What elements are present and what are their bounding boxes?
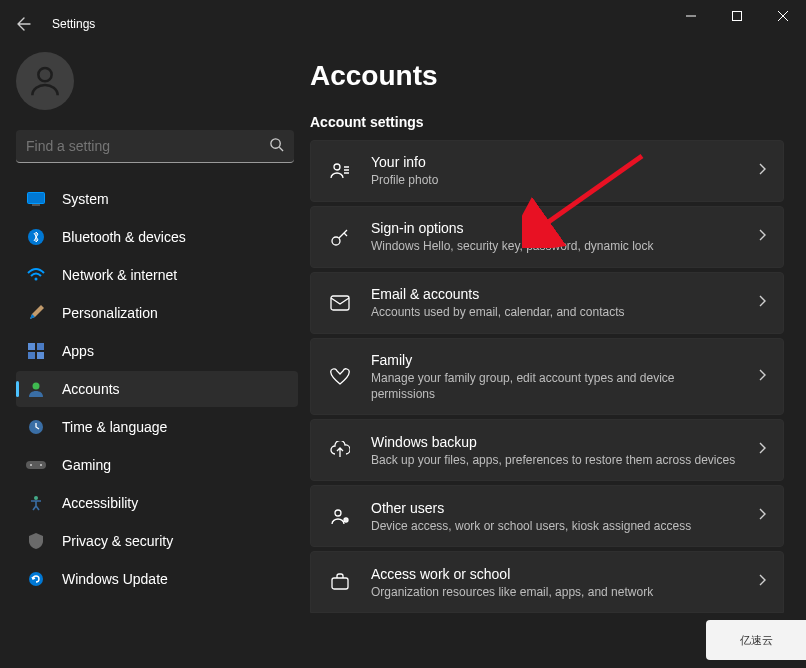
sidebar-item-personalization[interactable]: Personalization xyxy=(16,295,298,331)
window-controls xyxy=(668,0,806,32)
briefcase-icon xyxy=(329,571,351,593)
titlebar: Settings xyxy=(0,0,806,48)
sidebar-item-network[interactable]: Network & internet xyxy=(16,257,298,293)
sidebar-item-label: Accounts xyxy=(62,381,120,397)
sidebar-item-accounts[interactable]: Accounts xyxy=(16,371,298,407)
svg-point-17 xyxy=(29,572,43,586)
sidebar-item-label: Bluetooth & devices xyxy=(62,229,186,245)
wifi-icon xyxy=(26,265,46,285)
sidebar-item-accessibility[interactable]: Accessibility xyxy=(16,485,298,521)
card-access-work-school[interactable]: Access work or school Organization resou… xyxy=(310,551,784,613)
card-subtitle: Organization resources like email, apps,… xyxy=(371,584,737,600)
svg-rect-9 xyxy=(28,352,35,359)
sidebar-item-label: Personalization xyxy=(62,305,158,321)
watermark-text: 亿速云 xyxy=(740,633,773,648)
settings-cards: Your info Profile photo Sign-in options … xyxy=(310,140,784,613)
bluetooth-icon xyxy=(26,227,46,247)
back-button[interactable] xyxy=(14,14,34,34)
your-info-icon xyxy=(329,160,351,182)
search-icon xyxy=(269,137,284,156)
card-subtitle: Device access, work or school users, kio… xyxy=(371,518,737,534)
svg-point-16 xyxy=(34,496,38,500)
main-content: Accounts Account settings Your info Prof… xyxy=(310,48,806,668)
search-input-wrapper[interactable] xyxy=(16,130,294,163)
minimize-button[interactable] xyxy=(668,0,714,32)
card-other-users[interactable]: Other users Device access, work or schoo… xyxy=(310,485,784,547)
svg-rect-10 xyxy=(37,352,44,359)
svg-rect-3 xyxy=(28,193,45,204)
svg-rect-13 xyxy=(26,461,46,469)
svg-point-21 xyxy=(335,510,341,516)
system-icon xyxy=(26,189,46,209)
svg-rect-7 xyxy=(28,343,35,350)
svg-point-6 xyxy=(35,278,38,281)
mail-icon xyxy=(329,292,351,314)
apps-icon xyxy=(26,341,46,361)
chevron-right-icon xyxy=(757,368,767,386)
chevron-right-icon xyxy=(757,294,767,312)
chevron-right-icon xyxy=(757,507,767,525)
card-subtitle: Accounts used by email, calendar, and co… xyxy=(371,304,737,320)
sidebar-item-windows-update[interactable]: Windows Update xyxy=(16,561,298,597)
card-your-info[interactable]: Your info Profile photo xyxy=(310,140,784,202)
card-windows-backup[interactable]: Windows backup Back up your files, apps,… xyxy=(310,419,784,481)
svg-rect-20 xyxy=(331,296,349,310)
svg-point-2 xyxy=(271,138,280,147)
sidebar-item-bluetooth[interactable]: Bluetooth & devices xyxy=(16,219,298,255)
svg-rect-4 xyxy=(32,205,40,206)
sidebar-item-system[interactable]: System xyxy=(16,181,298,217)
section-title: Account settings xyxy=(310,114,784,130)
sidebar-item-label: Time & language xyxy=(62,419,167,435)
svg-rect-0 xyxy=(733,12,742,21)
svg-point-14 xyxy=(30,464,32,466)
card-title: Other users xyxy=(371,499,737,518)
other-users-icon xyxy=(329,505,351,527)
card-title: Family xyxy=(371,351,737,370)
card-email-accounts[interactable]: Email & accounts Accounts used by email,… xyxy=(310,272,784,334)
chevron-right-icon xyxy=(757,573,767,591)
svg-point-15 xyxy=(40,464,42,466)
chevron-right-icon xyxy=(757,228,767,246)
search-input[interactable] xyxy=(26,138,269,154)
card-title: Access work or school xyxy=(371,565,737,584)
card-title: Windows backup xyxy=(371,433,737,452)
sidebar-item-apps[interactable]: Apps xyxy=(16,333,298,369)
family-icon xyxy=(329,366,351,388)
close-button[interactable] xyxy=(760,0,806,32)
card-subtitle: Windows Hello, security key, password, d… xyxy=(371,238,737,254)
svg-point-1 xyxy=(38,68,51,81)
svg-point-19 xyxy=(332,237,340,245)
sidebar-item-label: Apps xyxy=(62,343,94,359)
sidebar-item-privacy[interactable]: Privacy & security xyxy=(16,523,298,559)
sidebar-item-gaming[interactable]: Gaming xyxy=(16,447,298,483)
svg-rect-8 xyxy=(37,343,44,350)
sidebar-item-label: Network & internet xyxy=(62,267,177,283)
maximize-button[interactable] xyxy=(714,0,760,32)
maximize-icon xyxy=(732,11,742,21)
shield-icon xyxy=(26,531,46,551)
person-icon xyxy=(26,62,64,100)
card-title: Email & accounts xyxy=(371,285,737,304)
sidebar-item-label: Gaming xyxy=(62,457,111,473)
card-sign-in-options[interactable]: Sign-in options Windows Hello, security … xyxy=(310,206,784,268)
card-title: Your info xyxy=(371,153,737,172)
card-subtitle: Back up your files, apps, preferences to… xyxy=(371,452,737,468)
gaming-icon xyxy=(26,455,46,475)
sidebar-item-label: Accessibility xyxy=(62,495,138,511)
paintbrush-icon xyxy=(26,303,46,323)
sidebar-item-label: System xyxy=(62,191,109,207)
update-icon xyxy=(26,569,46,589)
sidebar-nav: System Bluetooth & devices Network & int… xyxy=(0,181,310,597)
sidebar-item-label: Windows Update xyxy=(62,571,168,587)
chevron-right-icon xyxy=(757,162,767,180)
card-subtitle: Profile photo xyxy=(371,172,737,188)
card-subtitle: Manage your family group, edit account t… xyxy=(371,370,737,402)
accounts-icon xyxy=(26,379,46,399)
card-family[interactable]: Family Manage your family group, edit ac… xyxy=(310,338,784,415)
minimize-icon xyxy=(686,11,696,21)
app-title: Settings xyxy=(52,17,95,31)
sidebar-item-label: Privacy & security xyxy=(62,533,173,549)
user-avatar[interactable] xyxy=(16,52,74,110)
sidebar-item-time-language[interactable]: Time & language xyxy=(16,409,298,445)
clock-icon xyxy=(26,417,46,437)
